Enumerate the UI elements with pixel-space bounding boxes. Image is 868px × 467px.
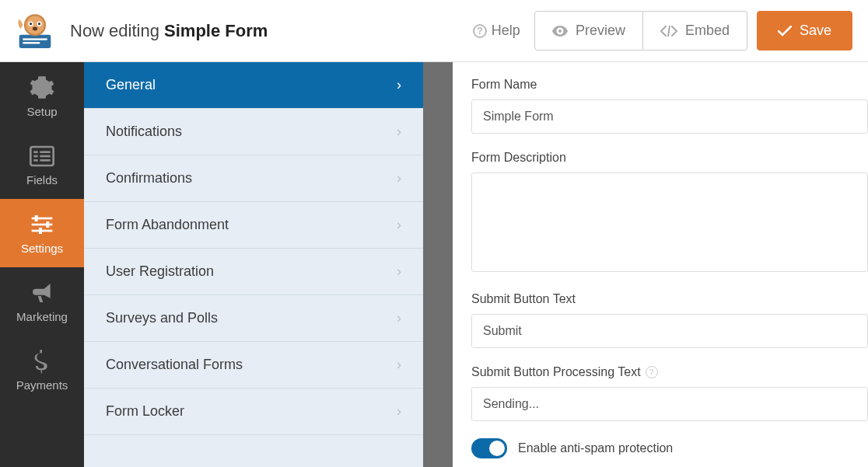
field-processing-text: Submit Button Processing Text ?: [471, 365, 868, 421]
settings-row-label: Form Abandonment: [106, 217, 229, 233]
field-form-description: Form Description: [471, 151, 868, 275]
preview-label: Preview: [576, 23, 625, 39]
main-content: Form Name Form Description Submit Button…: [453, 62, 868, 467]
svg-point-7: [30, 23, 32, 25]
settings-row-label: Form Locker: [106, 403, 184, 420]
vertical-nav: Setup Fields Settings Marketing Payments: [0, 62, 84, 467]
settings-row-general[interactable]: General ›: [84, 62, 423, 109]
settings-row-confirmations[interactable]: Confirmations ›: [84, 155, 423, 202]
settings-row-user-registration[interactable]: User Registration ›: [84, 249, 423, 295]
bullhorn-icon: [30, 281, 54, 305]
top-bar: Now editing Simple Form ? Help Preview E…: [0, 0, 868, 62]
processing-text-input[interactable]: [471, 387, 868, 421]
chevron-right-icon: ›: [397, 357, 401, 373]
editing-form-name: Simple Form: [164, 21, 268, 40]
help-tooltip-icon[interactable]: ?: [646, 366, 658, 378]
antispam-toggle[interactable]: [471, 438, 507, 458]
svg-rect-21: [46, 221, 49, 228]
embed-label: Embed: [685, 23, 730, 39]
submit-text-input[interactable]: [471, 314, 868, 348]
submit-text-label: Submit Button Text: [471, 292, 868, 306]
nav-fields[interactable]: Fields: [0, 131, 84, 199]
svg-rect-14: [40, 155, 50, 157]
app-logo: [8, 12, 62, 51]
preview-button[interactable]: Preview: [534, 11, 643, 51]
nav-payments-label: Payments: [16, 378, 68, 392]
list-icon: [30, 144, 54, 169]
form-description-input[interactable]: [471, 173, 868, 272]
nav-fields-label: Fields: [26, 173, 58, 186]
settings-row-form-abandonment[interactable]: Form Abandonment ›: [84, 202, 423, 249]
chevron-right-icon: ›: [397, 124, 401, 140]
form-name-label: Form Name: [471, 78, 868, 92]
preview-embed-group: Preview Embed: [534, 11, 747, 51]
save-label: Save: [800, 23, 831, 39]
settings-row-label: Confirmations: [106, 170, 192, 186]
svg-point-9: [33, 26, 37, 30]
settings-row-label: General: [106, 77, 156, 93]
settings-row-label: User Registration: [106, 263, 214, 280]
svg-rect-2: [23, 42, 40, 44]
nav-setup-label: Setup: [26, 105, 57, 118]
field-form-name: Form Name: [471, 78, 868, 134]
settings-row-label: Conversational Forms: [106, 357, 243, 373]
code-icon: [660, 26, 677, 37]
help-link[interactable]: ? Help: [473, 23, 520, 39]
svg-rect-22: [39, 228, 42, 234]
svg-rect-12: [40, 151, 50, 153]
processing-text-label: Submit Button Processing Text ?: [471, 365, 868, 379]
svg-point-8: [38, 23, 40, 25]
save-button[interactable]: Save: [757, 11, 852, 51]
settings-list: General › Notifications › Confirmations …: [84, 62, 423, 435]
svg-point-4: [26, 16, 44, 33]
nav-payments[interactable]: Payments: [0, 336, 84, 404]
help-label: Help: [492, 23, 520, 39]
check-icon: [778, 26, 792, 37]
embed-button[interactable]: Embed: [643, 11, 747, 51]
editing-prefix: Now editing: [70, 21, 164, 40]
nav-marketing[interactable]: Marketing: [0, 267, 84, 336]
chevron-right-icon: ›: [397, 263, 401, 280]
settings-row-notifications[interactable]: Notifications ›: [84, 109, 423, 155]
svg-rect-13: [33, 155, 37, 157]
form-description-label: Form Description: [471, 151, 868, 165]
svg-rect-11: [33, 151, 37, 153]
eye-icon: [552, 26, 568, 37]
chevron-right-icon: ›: [397, 170, 401, 186]
help-icon: ?: [473, 24, 487, 38]
settings-panel: General › Notifications › Confirmations …: [84, 62, 453, 467]
svg-rect-20: [35, 215, 38, 221]
chevron-right-icon: ›: [397, 403, 401, 420]
field-antispam-toggle: Enable anti-spam protection: [471, 438, 868, 458]
nav-setup[interactable]: Setup: [0, 62, 84, 131]
nav-settings[interactable]: Settings: [0, 199, 84, 267]
antispam-label: Enable anti-spam protection: [518, 441, 673, 455]
nav-marketing-label: Marketing: [16, 310, 68, 323]
svg-rect-15: [33, 159, 37, 162]
chevron-right-icon: ›: [397, 77, 401, 93]
svg-rect-1: [23, 38, 47, 40]
editing-label: Now editing Simple Form: [70, 21, 473, 41]
dollar-icon: [30, 349, 54, 374]
settings-row-conversational-forms[interactable]: Conversational Forms ›: [84, 342, 423, 389]
form-name-input[interactable]: [471, 99, 868, 134]
chevron-right-icon: ›: [397, 310, 401, 326]
settings-row-label: Surveys and Polls: [106, 310, 218, 326]
toggle-knob: [489, 441, 505, 456]
svg-rect-18: [32, 223, 53, 225]
nav-settings-label: Settings: [21, 242, 63, 255]
svg-rect-0: [19, 34, 51, 47]
settings-row-surveys-polls[interactable]: Surveys and Polls ›: [84, 295, 423, 342]
wpforms-logo-icon: [16, 12, 54, 51]
field-submit-text: Submit Button Text: [471, 292, 868, 348]
chevron-right-icon: ›: [397, 217, 401, 233]
sliders-icon: [30, 212, 54, 237]
gear-icon: [30, 75, 54, 100]
settings-row-label: Notifications: [106, 124, 182, 140]
svg-rect-16: [40, 159, 50, 162]
settings-row-form-locker[interactable]: Form Locker ›: [84, 389, 423, 435]
